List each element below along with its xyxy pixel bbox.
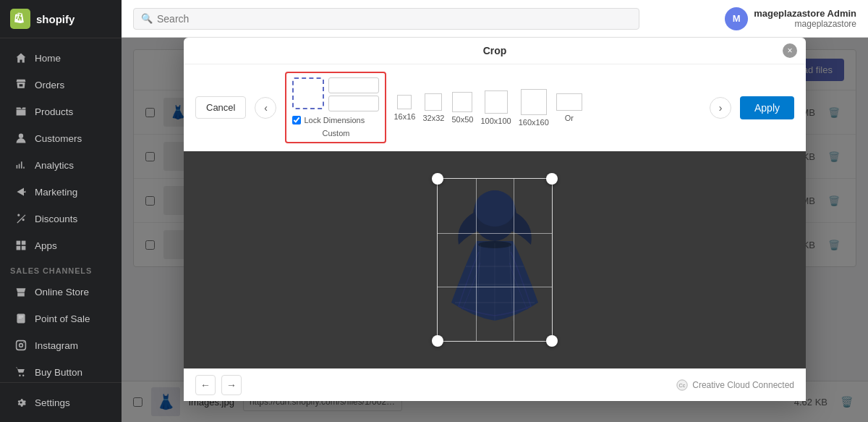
pos-icon	[14, 312, 27, 325]
marketing-icon	[14, 185, 27, 198]
user-name: mageplazastore Admin	[754, 8, 856, 19]
search-bar[interactable]: 🔍	[133, 8, 639, 30]
sidebar-navigation: Home Orders Products Customers Analytics	[0, 38, 122, 382]
custom-preset-label: Custom	[292, 129, 379, 138]
cc-label: Creative Cloud Connected	[692, 380, 794, 390]
custom-height-input[interactable]: 259	[328, 96, 379, 111]
crop-presets: 192 259 Lock Dimensions Custom	[285, 72, 701, 143]
crop-preset-100x100[interactable]: 100x100	[480, 90, 511, 125]
svg-rect-7	[19, 317, 23, 318]
sidebar-item-online-store-label: Online Store	[35, 287, 89, 297]
lock-dimensions-label: Lock Dimensions	[304, 116, 365, 125]
sidebar-bottom: Settings	[0, 382, 122, 422]
topbar: 🔍 M mageplazastore Admin mageplazastore	[122, 0, 868, 38]
crop-preset-32x32-label: 32x32	[422, 114, 444, 122]
sidebar-item-discounts[interactable]: Discounts	[4, 206, 117, 232]
user-store: mageplazastore	[754, 19, 856, 29]
crop-next-button[interactable]: ›	[710, 97, 731, 119]
sidebar-item-instagram-label: Instagram	[35, 340, 78, 351]
sidebar-item-discounts-label: Discounts	[35, 214, 77, 224]
svg-rect-1	[17, 241, 21, 245]
crop-preset-or[interactable]: Or	[556, 93, 582, 122]
sales-channels-label: SALES CHANNELS	[0, 259, 122, 278]
handle-top-left[interactable]	[432, 173, 443, 185]
svg-point-0	[19, 134, 23, 138]
crop-preset-160x160[interactable]: 160x160	[519, 89, 549, 127]
settings-icon	[14, 396, 27, 409]
crop-preset-50x50-box	[452, 92, 472, 112]
modal-overlay: Crop × Cancel ‹ 192	[122, 38, 868, 422]
modal-body	[184, 151, 806, 368]
orders-icon	[14, 78, 27, 91]
cc-badge: Cc Creative Cloud Connected	[676, 379, 794, 391]
svg-rect-4	[22, 246, 26, 250]
sidebar-item-apps[interactable]: Apps	[4, 232, 117, 258]
crop-prev-button[interactable]: ‹	[255, 97, 276, 119]
user-avatar: M	[725, 7, 748, 30]
user-info: M mageplazastore Admin mageplazastore	[725, 7, 856, 30]
crop-preset-160x160-label: 160x160	[519, 118, 549, 127]
sidebar-item-marketing[interactable]: Marketing	[4, 179, 117, 205]
sidebar-item-orders-label: Orders	[35, 80, 64, 90]
sidebar-item-marketing-label: Marketing	[35, 187, 77, 198]
grid-line-v1	[476, 179, 477, 341]
custom-inputs: 192 259	[328, 77, 379, 111]
svg-rect-3	[17, 246, 21, 250]
sidebar-item-settings[interactable]: Settings	[4, 389, 117, 415]
crop-preset-custom[interactable]: 192 259 Lock Dimensions Custom	[285, 72, 386, 143]
crop-preset-100x100-label: 100x100	[480, 117, 511, 125]
crop-cancel-button[interactable]: Cancel	[195, 96, 246, 119]
custom-width-input[interactable]: 192	[328, 77, 379, 93]
sidebar-item-products[interactable]: Products	[4, 98, 117, 125]
crop-preset-160x160-box	[521, 89, 547, 115]
sidebar-logo[interactable]: shopify	[0, 0, 122, 38]
modal-footer: ← → Cc Creative Cloud Connected	[184, 368, 806, 401]
svg-point-10	[20, 344, 23, 347]
sidebar-item-online-store[interactable]: Online Store	[4, 279, 117, 305]
crop-toolbar: Cancel ‹ 192 259	[184, 64, 806, 151]
sidebar-item-settings-label: Settings	[35, 397, 70, 408]
sidebar-item-products-label: Products	[35, 106, 73, 117]
crop-preset-50x50-label: 50x50	[451, 115, 473, 124]
customers-icon	[14, 132, 27, 145]
crop-preset-16x16[interactable]: 16x16	[393, 95, 415, 121]
svg-point-13	[22, 375, 24, 376]
crop-preset-100x100-box	[485, 90, 508, 114]
crop-apply-button[interactable]: Apply	[740, 96, 794, 119]
footer-forward-button[interactable]: →	[221, 375, 242, 395]
sidebar: shopify Home Orders Products Customers	[0, 0, 122, 422]
search-input[interactable]	[157, 13, 631, 25]
store-icon	[14, 285, 27, 298]
lock-dimensions-checkbox[interactable]	[292, 116, 301, 125]
page-area: Upload files 👗 55 MB 🗑️ 5.4 KB 🗑️	[122, 38, 868, 422]
handle-top-right[interactable]	[546, 173, 558, 185]
crop-preset-or-label: Or	[565, 114, 574, 122]
crop-selection	[437, 178, 553, 342]
sidebar-item-buy-button[interactable]: Buy Button	[4, 359, 117, 382]
grid-line-h1	[438, 233, 552, 234]
crop-modal: Crop × Cancel ‹ 192	[184, 38, 806, 401]
sidebar-item-orders[interactable]: Orders	[4, 72, 117, 98]
sidebar-item-pos-label: Point of Sale	[35, 313, 90, 324]
sidebar-item-instagram[interactable]: Instagram	[4, 332, 117, 358]
analytics-icon	[14, 159, 27, 172]
footer-nav-buttons: ← →	[195, 375, 242, 395]
modal-close-button[interactable]: ×	[783, 43, 797, 58]
modal-header: Crop ×	[184, 38, 806, 64]
search-icon: 🔍	[141, 13, 153, 24]
svg-rect-8	[19, 318, 22, 318]
grid-line-h2	[438, 287, 552, 287]
footer-back-button[interactable]: ←	[195, 375, 216, 395]
crop-preset-16x16-label: 16x16	[393, 112, 415, 121]
sidebar-item-pos[interactable]: Point of Sale	[4, 305, 117, 332]
sidebar-item-home[interactable]: Home	[4, 45, 117, 71]
crop-preset-16x16-box	[397, 95, 412, 109]
crop-preset-32x32[interactable]: 32x32	[422, 93, 444, 122]
sidebar-item-customers[interactable]: Customers	[4, 125, 117, 151]
sidebar-item-analytics[interactable]: Analytics	[4, 152, 117, 178]
sidebar-item-apps-label: Apps	[35, 240, 57, 251]
crop-preset-50x50[interactable]: 50x50	[451, 92, 473, 124]
instagram-icon	[14, 339, 27, 352]
home-icon	[14, 51, 27, 64]
main-content: 🔍 M mageplazastore Admin mageplazastore …	[122, 0, 868, 422]
